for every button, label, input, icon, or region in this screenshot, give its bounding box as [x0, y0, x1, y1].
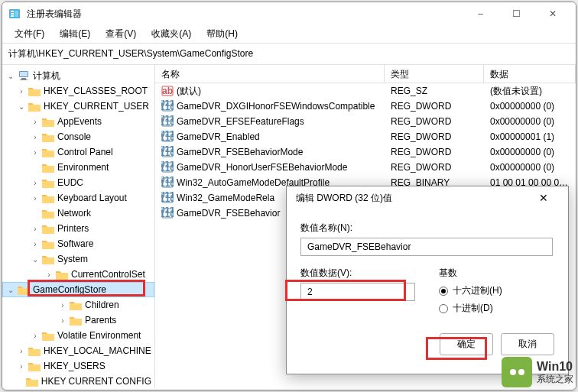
titlebar[interactable]: 注册表编辑器 – ☐ ✕ — [2, 2, 576, 25]
folder-icon — [42, 131, 54, 142]
ok-button[interactable]: 确定 — [440, 333, 493, 355]
radio-icon — [439, 304, 448, 313]
tree-hkcc[interactable]: HKEY CURRENT CONFIG — [2, 374, 154, 388]
base-label: 基数 — [439, 267, 554, 280]
header-type[interactable]: 类型 — [385, 65, 484, 83]
list-row[interactable]: 011110GameDVR_DXGIHonorFSEWindowsCompati… — [155, 99, 576, 114]
tree-controlpanel[interactable]: › Control Panel — [2, 144, 154, 160]
radio-dec[interactable]: 十进制(D) — [439, 302, 554, 315]
tree-panel[interactable]: ⌄ 计算机 › HKEY_CLASSES_ROOT ⌄ HKEY_CURRENT… — [2, 65, 155, 388]
data-label: 数值数据(V): — [300, 267, 416, 280]
svg-rect-2 — [11, 13, 14, 15]
maximize-button[interactable]: ☐ — [499, 3, 534, 24]
svg-text:110: 110 — [161, 147, 174, 158]
header-data[interactable]: 数据 — [484, 65, 576, 83]
tree-network[interactable]: Network — [2, 206, 154, 221]
chevron-right-icon[interactable]: › — [16, 362, 27, 371]
folder-icon — [18, 284, 30, 295]
svg-rect-6 — [20, 72, 28, 76]
tree-keyboard[interactable]: › Keyboard Layout — [2, 190, 154, 206]
tree-appevents[interactable]: › AppEvents — [2, 114, 154, 129]
header-name[interactable]: 名称 — [155, 65, 385, 83]
list-row[interactable]: 011110GameDVR_HonorUserFSEBehaviorModeRE… — [155, 160, 576, 175]
tree-volatileenv[interactable]: › Volatile Environment — [2, 328, 154, 343]
chevron-down-icon[interactable]: ⌄ — [16, 102, 27, 111]
menu-file[interactable]: 文件(F) — [8, 26, 50, 42]
folder-icon — [42, 254, 54, 264]
folder-icon — [28, 361, 41, 371]
folder-icon — [42, 116, 54, 127]
tree-hkcr[interactable]: › HKEY_CLASSES_ROOT — [2, 83, 154, 99]
chevron-right-icon[interactable]: › — [16, 347, 27, 355]
chevron-right-icon[interactable]: › — [30, 194, 41, 202]
tree-currentcontrol[interactable]: › CurrentControlSet — [2, 267, 154, 282]
folder-icon — [42, 330, 54, 341]
cancel-button[interactable]: 取消 — [501, 333, 554, 355]
radio-icon — [439, 287, 448, 296]
svg-rect-8 — [20, 79, 28, 80]
tree-eudc[interactable]: › EUDC — [2, 175, 154, 190]
tree-system[interactable]: ⌄ System — [2, 251, 154, 267]
tree-gameconfigstore[interactable]: ⌄ GameConfigStore — [2, 282, 154, 297]
tree-parents[interactable]: › Parents — [2, 313, 154, 328]
addressbar[interactable]: 计算机\HKEY_CURRENT_USER\System\GameConfigS… — [2, 44, 576, 65]
chevron-down-icon[interactable]: ⌄ — [5, 286, 16, 294]
folder-icon — [42, 177, 54, 188]
close-button[interactable]: ✕ — [535, 3, 570, 24]
list-row[interactable]: 011110GameDVR_EnabledREG_DWORD0x00000001… — [155, 129, 576, 144]
menu-view[interactable]: 查看(V) — [99, 26, 142, 42]
chevron-right-icon[interactable]: › — [30, 240, 41, 248]
tree-hklm[interactable]: › HKEY_LOCAL_MACHINE — [2, 343, 154, 358]
svg-text:ab: ab — [162, 86, 173, 96]
chevron-right-icon[interactable]: › — [30, 179, 41, 187]
tree-hkcu[interactable]: ⌄ HKEY_CURRENT_USER — [2, 99, 154, 114]
folder-icon — [26, 376, 38, 387]
svg-text:110: 110 — [161, 178, 174, 189]
binary-icon: 011110 — [161, 146, 174, 158]
chevron-right-icon[interactable]: › — [30, 118, 41, 126]
menu-edit[interactable]: 编辑(E) — [54, 26, 96, 42]
dialog-close-button[interactable]: ✕ — [528, 187, 559, 209]
svg-rect-3 — [11, 15, 14, 17]
chevron-right-icon[interactable]: › — [57, 316, 68, 325]
chevron-right-icon[interactable]: › — [30, 148, 41, 157]
menu-help[interactable]: 帮助(H) — [200, 26, 244, 42]
chevron-down-icon[interactable]: ⌄ — [5, 72, 16, 80]
chevron-right-icon[interactable]: › — [30, 332, 41, 340]
chevron-right-icon[interactable]: › — [16, 87, 27, 96]
chevron-right-icon[interactable]: › — [30, 225, 41, 233]
tree-software[interactable]: › Software — [2, 236, 154, 251]
tree-children[interactable]: › Children — [2, 297, 154, 313]
folder-icon — [42, 208, 54, 219]
binary-icon: 011110 — [161, 161, 174, 173]
svg-text:110: 110 — [161, 117, 174, 128]
tree-console[interactable]: › Console — [2, 129, 154, 144]
regedit-icon — [8, 8, 21, 20]
data-input[interactable] — [300, 283, 415, 301]
folder-icon — [56, 269, 68, 280]
menu-favorites[interactable]: 收藏夹(A) — [145, 26, 197, 42]
tree-printers[interactable]: › Printers — [2, 221, 154, 236]
minimize-button[interactable]: – — [463, 3, 498, 24]
name-field[interactable]: GameDVR_FSEBehavior — [300, 238, 553, 256]
dialog-titlebar[interactable]: 编辑 DWORD (32 位)值 ✕ — [287, 186, 568, 209]
binary-icon: 011110 — [161, 207, 174, 219]
radio-hex[interactable]: 十六进制(H) — [439, 284, 554, 297]
folder-icon — [28, 101, 41, 112]
chevron-right-icon[interactable]: › — [57, 301, 68, 309]
folder-icon — [70, 300, 82, 310]
chevron-right-icon[interactable]: › — [30, 133, 41, 141]
window-title: 注册表编辑器 — [27, 8, 463, 21]
list-row[interactable]: 011110GameDVR_FSEBehaviorModeREG_DWORD0x… — [155, 144, 576, 160]
chevron-down-icon[interactable]: ⌄ — [30, 255, 41, 264]
svg-rect-1 — [11, 11, 14, 12]
list-row[interactable]: 011110GameDVR_EFSEFeatureFlagsREG_DWORD0… — [155, 114, 576, 129]
folder-icon — [28, 86, 41, 96]
tree-hku[interactable]: › HKEY_USERS — [2, 358, 154, 374]
folder-icon — [28, 345, 41, 356]
tree-environment[interactable]: Environment — [2, 160, 154, 175]
chevron-right-icon[interactable]: › — [44, 271, 54, 279]
tree-root[interactable]: ⌄ 计算机 — [2, 68, 154, 83]
computer-icon — [18, 70, 30, 81]
list-row[interactable]: ab(默认)REG_SZ(数值未设置) — [155, 83, 576, 99]
